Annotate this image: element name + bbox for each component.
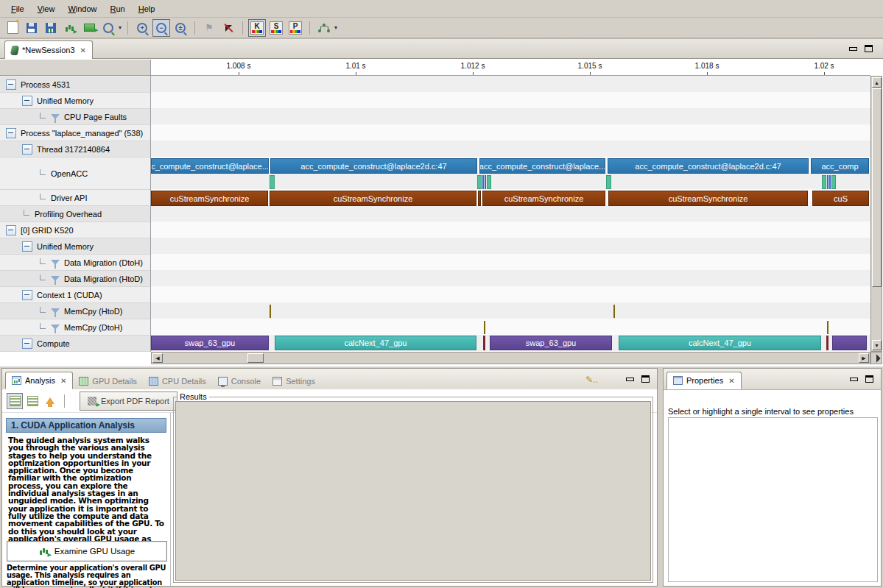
maximize-icon[interactable] [865,45,873,52]
timeline-vertical-scrollbar[interactable]: ▲ ▼ [870,76,882,352]
collapse-toggle-icon[interactable] [6,225,16,235]
driver-api-bar[interactable]: cuStreamSynchronize [151,191,268,206]
tree-row-unified-memory[interactable]: Unified Memory [0,93,150,109]
scroll-left-icon[interactable]: ◀ [152,353,163,363]
collapse-toggle-icon[interactable] [6,128,16,138]
back-button[interactable] [42,393,58,409]
openacc-api-bar[interactable] [477,175,482,189]
collapse-toggle-icon[interactable] [22,290,32,300]
menu-window[interactable]: Window [61,2,103,15]
openacc-api-bar[interactable] [485,175,486,189]
openacc-api-bar[interactable] [606,175,611,189]
openacc-api-bar[interactable] [487,175,491,189]
filter-icon[interactable] [51,260,60,265]
tab-properties[interactable]: Properties ✕ [666,372,742,389]
close-icon[interactable]: ✕ [80,46,86,54]
collect-metrics-button[interactable] [80,19,98,37]
driver-api-bar[interactable]: cuStreamSynchronize [270,191,476,206]
tree-row-unified-memory[interactable]: Unified Memory [0,238,150,255]
scroll-right-icon[interactable]: ▶ [859,353,869,363]
collapse-toggle-icon[interactable] [22,96,32,106]
tree-row-thread-3172140864[interactable]: Thread 3172140864 [0,141,150,157]
close-icon[interactable]: ✕ [60,377,66,385]
tab-settings[interactable]: Settings [267,373,321,389]
dropdown-caret-icon[interactable]: ▾ [119,24,122,31]
minimize-icon[interactable] [850,378,858,381]
menu-file[interactable]: File [4,2,31,15]
menu-run[interactable]: Run [104,2,132,15]
filter-icon[interactable] [51,308,60,314]
minimize-icon[interactable] [626,378,634,381]
driver-api-bar[interactable]: cuStreamSynchronize [608,191,808,206]
tree-row--0-grid-k520[interactable]: [0] GRID K520 [0,222,150,238]
tree-row-driver-api[interactable]: Driver API [0,190,150,206]
unguided-analysis-toggle[interactable] [24,393,41,409]
tree-row-openacc[interactable]: OpenACC [0,157,150,190]
compute-kernel-bar[interactable] [826,336,829,350]
timeline-ruler[interactable]: 1.008 s1.01 s1.012 s1.015 s1.018 s1.02 s [151,60,870,76]
menu-view[interactable]: View [31,2,62,15]
compute-kernel-bar[interactable]: calcNext_47_gpu [275,336,476,350]
tree-row-compute[interactable]: Compute [0,336,150,352]
memcpy-dtoh-tick[interactable] [484,321,485,334]
maximize-icon[interactable] [865,375,873,383]
tab-analysis[interactable]: Analysis✕ [5,372,73,389]
stream-coloring-button[interactable]: S [267,19,285,37]
zoom-out-button[interactable]: − [152,19,170,37]
openacc-api-bar[interactable] [827,175,829,189]
driver-api-bar[interactable]: cuStreamSynchronize [482,191,605,206]
tree-row-cpu-page-faults[interactable]: CPU Page Faults [0,109,150,125]
filter-icon[interactable] [51,276,60,281]
goto-marker-button[interactable] [219,19,237,37]
minimize-icon[interactable] [849,47,857,51]
vscroll-thumb[interactable] [872,88,882,287]
tab-console[interactable]: Console [212,373,267,389]
examine-gpu-usage-button[interactable]: Examine GPU Usage [7,541,167,562]
openacc-interval-bar[interactable]: c_compute_construct@laplace... [151,158,269,174]
memcpy-dtoh-tick[interactable] [827,321,829,334]
openacc-api-bar[interactable] [829,175,831,189]
timeline-canvas[interactable]: c_compute_construct@laplace...acc_comput… [151,76,870,352]
compute-kernel-bar[interactable] [832,336,867,350]
tree-row-data-migration-dtoh-[interactable]: Data Migration (DtoH) [0,255,150,271]
openacc-interval-bar[interactable]: acc_comp [811,158,869,174]
openacc-api-bar[interactable] [482,175,484,189]
memcpy-htod-tick[interactable] [613,305,615,318]
view-menu-icon[interactable]: ✎.. [585,375,598,385]
timeline-horizontal-scrollbar[interactable]: ◀ ▶ [151,352,870,364]
tree-row-process-laplace-managed-538-[interactable]: Process "laplace_managed" (538) [0,125,150,141]
kernel-coloring-button[interactable]: K [248,19,266,37]
save-button[interactable] [23,19,41,37]
maximize-icon[interactable] [641,375,650,383]
openacc-api-bar[interactable] [270,175,275,189]
openacc-api-bar[interactable] [831,175,836,189]
zoom-fit-button[interactable]: ± [172,19,189,37]
dropdown-caret-icon[interactable]: ▾ [334,24,337,31]
hscroll-thumb[interactable] [247,353,264,363]
openacc-interval-bar[interactable]: acc_compute_construct@laplace... [479,158,605,174]
tree-row-data-migration-htod-[interactable]: Data Migration (HtoD) [0,271,150,287]
collapse-toggle-icon[interactable] [22,144,32,155]
tree-row-process-4531[interactable]: Process 4531 [0,77,150,93]
driver-api-bar[interactable]: cuS [812,191,869,206]
tab-cpu-details[interactable]: CPU Details [143,373,212,389]
tree-row-memcpy-dtoh-[interactable]: MemCpy (DtoH) [0,319,150,336]
tree-row-profiling-overhead[interactable]: Profiling Overhead [0,206,150,222]
scrollbar-corner[interactable] [870,352,882,364]
filter-icon[interactable] [51,114,60,119]
memcpy-htod-tick[interactable] [270,305,271,318]
openacc-interval-bar[interactable]: acc_compute_construct@laplace2d.c:47 [270,158,477,174]
scroll-down-icon[interactable]: ▼ [872,340,882,350]
zoom-in-button[interactable]: + [133,19,151,37]
driver-api-bar[interactable] [478,191,481,206]
compute-kernel-bar[interactable]: swap_63_gpu [490,336,612,350]
inspect-button[interactable] [99,19,117,37]
filter-icon[interactable] [51,325,60,330]
collapse-toggle-icon[interactable] [22,241,32,252]
analysis-tree-button[interactable] [315,19,333,37]
compute-kernel-bar[interactable]: calcNext_47_gpu [619,336,821,350]
guided-analysis-toggle[interactable] [7,393,23,409]
collapse-toggle-icon[interactable] [6,79,16,90]
openacc-api-bar[interactable] [822,175,826,189]
compute-kernel-bar[interactable] [483,336,485,350]
